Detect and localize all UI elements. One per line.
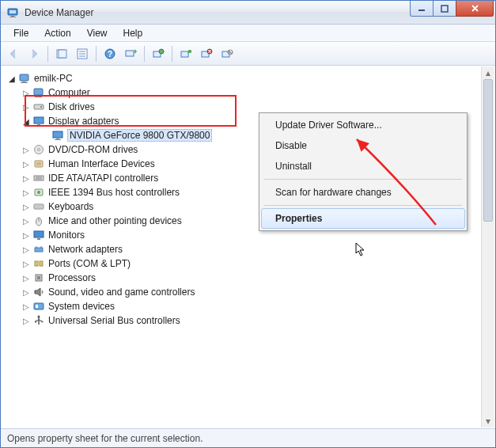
context-menu-item[interactable]: Properties — [261, 208, 465, 229]
tree-category-node[interactable]: ▷System devices — [4, 299, 495, 313]
ports-icon — [32, 257, 45, 270]
svg-point-65 — [42, 321, 44, 323]
expand-icon[interactable]: ▷ — [21, 216, 31, 226]
enable-button[interactable] — [176, 44, 195, 63]
update-driver-button[interactable] — [149, 44, 168, 63]
tree-category-node[interactable]: ▷Ports (COM & LPT) — [4, 256, 495, 271]
expand-icon[interactable]: ▷ — [21, 102, 31, 112]
scrollbar-thumb[interactable] — [483, 79, 493, 222]
expand-icon[interactable]: ▷ — [21, 302, 31, 311]
tree-category-node[interactable]: ▷Computer — [4, 85, 495, 100]
context-menu-item[interactable]: Update Driver Software... — [261, 115, 465, 135]
svg-rect-25 — [36, 96, 40, 97]
menu-help[interactable]: Help — [115, 26, 151, 40]
device-tree[interactable]: ◢emilk-PC▷Computer▷Disk drives◢Display a… — [1, 66, 495, 428]
help-button[interactable]: ? — [100, 44, 119, 63]
svg-rect-31 — [36, 125, 42, 126]
expand-icon[interactable]: ▷ — [21, 202, 31, 211]
properties-button[interactable] — [73, 44, 92, 63]
toolbar-separator — [144, 46, 145, 62]
collapse-icon[interactable]: ◢ — [7, 74, 17, 83]
tree-label: Human Interface Devices — [48, 158, 155, 169]
statusbar: Opens property sheet for the current sel… — [1, 428, 495, 447]
expand-icon[interactable]: ▷ — [21, 316, 31, 325]
svg-rect-49 — [34, 231, 44, 237]
context-menu-item[interactable]: Uninstall — [261, 156, 465, 177]
window-title: Device Manager — [25, 7, 411, 18]
svg-text:?: ? — [108, 50, 112, 59]
svg-rect-5 — [441, 6, 448, 12]
expand-icon[interactable]: ▷ — [21, 259, 31, 268]
tree-label: Universal Serial Bus controllers — [48, 315, 180, 326]
tree-label: Monitors — [48, 230, 85, 241]
tree-label: IEEE 1394 Bus host controllers — [48, 187, 180, 198]
display-icon — [51, 129, 64, 142]
expand-icon[interactable]: ▷ — [21, 88, 31, 97]
menu-view[interactable]: View — [79, 26, 115, 40]
svg-rect-44 — [34, 204, 44, 209]
show-hidden-button[interactable] — [52, 44, 71, 63]
status-text: Opens property sheet for the current sel… — [7, 433, 203, 444]
svg-point-43 — [37, 191, 40, 194]
scroll-down-button[interactable]: ▾ — [482, 415, 494, 427]
menu-file[interactable]: File — [6, 26, 36, 40]
svg-rect-39 — [34, 176, 44, 180]
cpu-icon — [32, 271, 45, 284]
forward-button[interactable] — [25, 44, 44, 63]
menubar: File Action View Help — [1, 25, 495, 42]
tree-category-node[interactable]: ▷Processors — [4, 271, 495, 285]
disk-icon — [32, 101, 45, 113]
tree-label: IDE ATA/ATAPI controllers — [48, 173, 158, 184]
usb-icon — [32, 314, 45, 327]
menu-action[interactable]: Action — [36, 26, 78, 40]
titlebar[interactable]: Device Manager — [1, 1, 495, 25]
tree-label: NVIDIA GeForce 9800 GTX/9800 — [67, 129, 212, 142]
expand-icon[interactable]: ▷ — [21, 173, 31, 183]
disable-button[interactable] — [218, 44, 237, 63]
expand-icon[interactable]: ▷ — [21, 287, 31, 297]
tree-label: Ports (COM & LPT) — [48, 258, 131, 269]
maximize-button[interactable] — [433, 1, 456, 17]
tree-category-node[interactable]: ▷Universal Serial Bus controllers — [4, 313, 495, 328]
expand-icon[interactable]: ▷ — [21, 159, 31, 169]
svg-rect-51 — [35, 248, 43, 252]
svg-point-16 — [159, 49, 164, 54]
tree-label: Keyboards — [48, 201, 93, 212]
minimize-button[interactable] — [410, 1, 434, 17]
scroll-up-button[interactable]: ▴ — [482, 66, 494, 79]
expand-icon[interactable]: ▷ — [21, 145, 31, 154]
expand-icon[interactable]: ▷ — [21, 273, 31, 283]
context-menu-separator — [264, 179, 462, 180]
close-button[interactable] — [456, 1, 494, 17]
dvd-icon — [32, 143, 45, 156]
expand-icon[interactable]: ▷ — [21, 245, 31, 254]
tree-label: DVD/CD-ROM drives — [48, 144, 138, 155]
scan-button[interactable] — [121, 44, 140, 63]
context-menu-item[interactable]: Scan for hardware changes — [261, 182, 465, 203]
expand-icon[interactable]: ▷ — [21, 188, 31, 197]
toolbar: ? — [1, 42, 495, 66]
svg-rect-7 — [59, 50, 66, 58]
tree-root-node[interactable]: ◢emilk-PC — [4, 71, 495, 85]
uninstall-button[interactable] — [197, 44, 216, 63]
svg-point-36 — [38, 149, 40, 151]
context-menu-item[interactable]: Disable — [261, 135, 465, 156]
back-button[interactable] — [4, 44, 23, 63]
mouse-icon — [32, 215, 45, 227]
svg-rect-27 — [34, 104, 44, 109]
context-menu: Update Driver Software...DisableUninstal… — [259, 112, 468, 231]
vertical-scrollbar[interactable]: ▴ ▾ — [481, 66, 494, 427]
svg-rect-32 — [53, 131, 62, 138]
display-icon — [32, 115, 45, 127]
expand-icon[interactable]: ▷ — [21, 230, 31, 240]
svg-rect-58 — [34, 303, 44, 309]
svg-rect-4 — [418, 9, 425, 11]
svg-rect-33 — [56, 139, 59, 139]
collapse-icon[interactable]: ◢ — [21, 116, 31, 126]
toolbar-separator — [96, 46, 97, 62]
tree-label: emilk-PC — [34, 73, 73, 84]
svg-rect-23 — [21, 82, 28, 83]
tree-category-node[interactable]: ▷Network adapters — [4, 242, 495, 256]
svg-rect-22 — [22, 82, 26, 82]
tree-category-node[interactable]: ▷Sound, video and game controllers — [4, 285, 495, 299]
